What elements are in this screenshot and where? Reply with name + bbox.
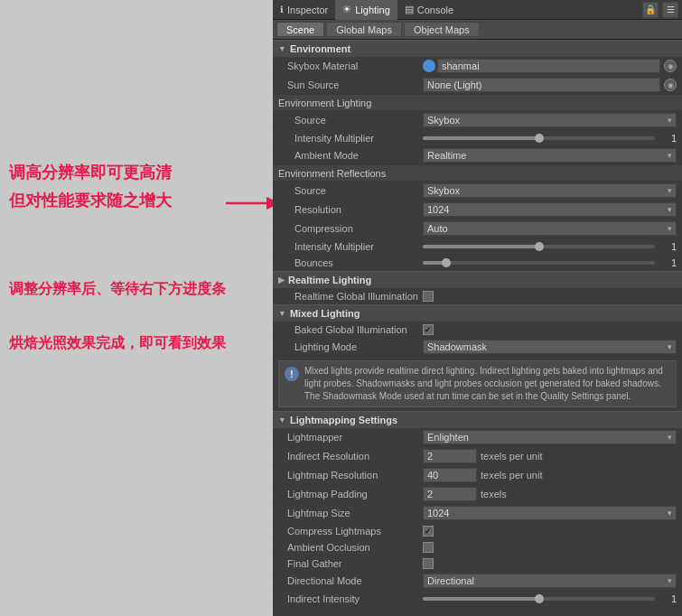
ambient-occlusion-label: Ambient Occlusion <box>287 542 423 553</box>
lighting-icon: ☀ <box>342 4 351 15</box>
lighting-mode-value: Shadowmask ▾ <box>423 340 677 354</box>
bounces-label: Bounces <box>287 257 423 268</box>
environment-section-label: Environment <box>290 43 350 54</box>
skybox-material-input[interactable]: shanmai <box>437 59 660 73</box>
tab-bar: ℹ Inspector ☀ Lighting ▤ Console 🔒 ☰ <box>273 0 682 20</box>
ambient-occlusion-checkbox[interactable] <box>423 542 434 553</box>
right-panel: ℹ Inspector ☀ Lighting ▤ Console 🔒 ☰ Sce… <box>273 0 682 616</box>
final-gather-row: Final Gather <box>273 555 682 572</box>
skybox-material-value-container: shanmai ◉ <box>423 59 677 73</box>
indirect-resolution-input[interactable] <box>423 449 477 463</box>
annotation-box-1: 调高分辨率即可更高清 但对性能要求随之增大 <box>9 163 262 212</box>
reflections-intensity-label: Intensity Multiplier <box>287 241 423 252</box>
resolution-label: Resolution <box>287 204 423 215</box>
resolution-dropdown[interactable]: 1024 ▾ <box>423 202 677 217</box>
env-lighting-source-dropdown[interactable]: Skybox ▾ <box>423 113 677 127</box>
annotation-box-3: 烘焙光照效果完成，即可看到效果 <box>9 334 266 353</box>
directional-mode-label: Directional Mode <box>287 575 423 586</box>
ambient-occlusion-row: Ambient Occlusion <box>273 539 682 555</box>
resolution-dropdown-arrow-icon: ▾ <box>668 205 672 214</box>
annotation-text-3: 调整分辨率后、等待右下方进度条 <box>9 280 266 299</box>
bounces-row: Bounces 1 <box>273 255 682 271</box>
tab-scene[interactable]: Scene <box>276 22 324 37</box>
skybox-material-select-btn[interactable]: ◉ <box>664 60 677 72</box>
info-box: ! Mixed lights provide realtime direct l… <box>278 360 677 407</box>
reflections-intensity-slider[interactable] <box>423 245 655 248</box>
realtime-section-label: Realtime Lighting <box>288 275 371 285</box>
baked-gi-checkbox[interactable] <box>423 324 434 335</box>
indirect-intensity-slider-container: 1 <box>423 593 677 604</box>
lightmapper-dropdown[interactable]: Enlighten ▾ <box>423 430 677 444</box>
reflections-intensity-slider-thumb <box>535 242 544 251</box>
annotation-text-4: 烘焙光照效果完成，即可看到效果 <box>9 334 266 353</box>
compression-value: Auto ▾ <box>423 221 677 236</box>
final-gather-checkbox[interactable] <box>423 558 434 569</box>
tab-inspector[interactable]: ℹ Inspector <box>273 0 335 20</box>
ambient-mode-row: Ambient Mode Realtime ▾ <box>273 146 682 165</box>
env-intensity-slider[interactable] <box>423 136 655 140</box>
lightmap-resolution-input[interactable] <box>423 468 477 482</box>
tab-lighting[interactable]: ☀ Lighting <box>335 0 397 20</box>
directional-mode-value: Directional ▾ <box>423 574 677 588</box>
sub-tab-bar: Scene Global Maps Object Maps <box>273 20 682 40</box>
circle-icon-2: ◉ <box>668 81 674 89</box>
lightmap-padding-value: texels <box>423 487 677 501</box>
tab-object-maps[interactable]: Object Maps <box>404 22 480 37</box>
mixed-section-header[interactable]: ▼ Mixed Lighting <box>273 304 682 322</box>
env-reflections-label: Environment Reflections <box>278 168 386 179</box>
ambient-mode-dropdown[interactable]: Realtime ▾ <box>423 148 677 163</box>
lightmapper-label: Lightmapper <box>287 432 423 443</box>
compression-dropdown[interactable]: Auto ▾ <box>423 221 677 236</box>
environment-section-header[interactable]: ▼ Environment <box>273 40 682 57</box>
lightmap-resolution-value: texels per unit <box>423 468 677 482</box>
indirect-intensity-row: Indirect Intensity 1 <box>273 591 682 607</box>
lightmap-size-dropdown[interactable]: 1024 ▾ <box>423 506 677 520</box>
indirect-intensity-slider[interactable] <box>423 597 655 601</box>
reflections-source-label: Source <box>287 185 423 196</box>
lighting-mode-dropdown[interactable]: Shadowmask ▾ <box>423 340 677 354</box>
sun-source-label: Sun Source <box>287 79 423 90</box>
bounces-slider[interactable] <box>423 261 655 265</box>
lightmap-size-label: Lightmap Size <box>287 508 423 518</box>
realtime-section-header[interactable]: ▶ Realtime Lighting <box>273 271 682 288</box>
lightmap-resolution-label: Lightmap Resolution <box>287 470 423 481</box>
reflections-source-dropdown[interactable]: Skybox ▾ <box>423 183 677 198</box>
reflections-source-value: Skybox ▾ <box>423 183 677 198</box>
lightmap-size-dropdown-arrow-icon: ▾ <box>668 509 672 518</box>
lightmap-resolution-unit: texels per unit <box>481 470 542 481</box>
env-lighting-subheader: Environment Lighting <box>273 95 682 111</box>
compression-label: Compression <box>287 223 423 234</box>
compression-dropdown-arrow-icon: ▾ <box>668 224 672 233</box>
dropdown-arrow-icon: ▾ <box>668 116 672 125</box>
lock-button[interactable]: 🔒 <box>642 2 659 18</box>
sun-source-input[interactable]: None (Light) <box>423 78 660 92</box>
annotation-text-2: 但对性能要求随之增大 <box>9 191 262 211</box>
realtime-gi-row: Realtime Global Illumination <box>273 288 682 304</box>
tab-global-maps[interactable]: Global Maps <box>326 22 402 37</box>
lightmapping-section-label: Lightmapping Settings <box>290 415 397 425</box>
console-icon: ▤ <box>405 4 414 15</box>
sun-source-value-container: None (Light) ◉ <box>423 78 677 92</box>
sun-source-select-btn[interactable]: ◉ <box>664 79 677 91</box>
menu-button[interactable]: ☰ <box>662 2 678 18</box>
lighting-mode-label: Lighting Mode <box>287 341 423 352</box>
annotation-box-2: 调整分辨率后、等待右下方进度条 <box>9 280 266 299</box>
directional-mode-row: Directional Mode Directional ▾ <box>273 572 682 591</box>
skybox-material-label: Skybox Material <box>287 61 423 71</box>
realtime-gi-checkbox[interactable] <box>423 291 434 302</box>
lightmapping-section-header[interactable]: ▼ Lightmapping Settings <box>273 411 682 428</box>
env-intensity-row: Intensity Multiplier 1 <box>273 130 682 146</box>
bounces-value: 1 <box>423 257 677 268</box>
realtime-gi-label: Realtime Global Illumination <box>287 291 423 302</box>
info-icon: ! <box>285 367 299 381</box>
baked-gi-row: Baked Global Illumination <box>273 322 682 338</box>
lightmap-padding-input[interactable] <box>423 487 477 501</box>
directional-mode-dropdown[interactable]: Directional ▾ <box>423 574 677 588</box>
compress-lightmaps-checkbox[interactable] <box>423 526 434 537</box>
compress-lightmaps-row: Compress Lightmaps <box>273 523 682 539</box>
tab-console[interactable]: ▤ Console <box>397 0 461 20</box>
baked-gi-value <box>423 324 677 335</box>
reflections-source-row: Source Skybox ▾ <box>273 182 682 201</box>
lightmapper-row: Lightmapper Enlighten ▾ <box>273 428 682 447</box>
directional-mode-dropdown-arrow-icon: ▾ <box>668 576 672 585</box>
